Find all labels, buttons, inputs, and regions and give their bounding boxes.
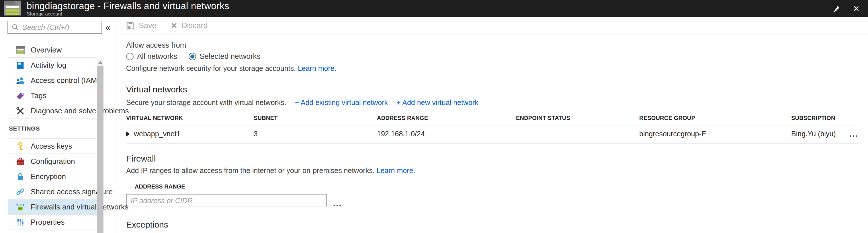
sidebar-item-label: Access control (IAM) xyxy=(31,76,99,85)
close-icon[interactable]: ✕ xyxy=(851,4,861,13)
scrollbar-up-arrow-icon[interactable] xyxy=(97,59,103,66)
sidebar-item-access-keys[interactable]: Access keys xyxy=(8,139,99,154)
save-button[interactable]: Save xyxy=(126,21,156,30)
blade-header: bingdiagstorage - Firewalls and virtual … xyxy=(0,0,868,17)
allow-access-radio-group: All networks Selected networks xyxy=(126,52,858,61)
table-header-row: VIRTUAL NETWORK SUBNET ADDRESS RANGE END… xyxy=(126,115,858,125)
expand-row-icon[interactable] xyxy=(126,132,130,137)
column-header: ADDRESS RANGE xyxy=(377,115,516,121)
sidebar-item-label: Tags xyxy=(31,91,46,100)
page-subtitle: Storage account xyxy=(27,11,229,17)
learn-more-link[interactable]: Learn more. xyxy=(298,64,337,72)
discard-button[interactable]: ✕ Discard xyxy=(171,21,208,30)
search-input[interactable] xyxy=(22,23,99,32)
key-icon xyxy=(16,142,25,151)
virtual-networks-table: VIRTUAL NETWORK SUBNET ADDRESS RANGE END… xyxy=(126,115,858,143)
column-header: SUBNET xyxy=(254,115,377,121)
row-context-menu-icon[interactable]: ... xyxy=(838,133,858,136)
access-control-icon xyxy=(16,76,25,85)
resource-menu-sidebar: « Overview Activity log xyxy=(0,17,116,233)
collapse-sidebar-icon[interactable]: « xyxy=(105,23,111,32)
sidebar-item-tags[interactable]: Tags xyxy=(8,88,99,103)
sidebar-item-label: Access keys xyxy=(31,142,72,151)
tools-icon xyxy=(16,107,25,116)
sidebar-item-label: Activity log xyxy=(31,61,66,70)
sidebar-item-label: Configuration xyxy=(31,157,75,166)
scrollbar-thumb[interactable] xyxy=(97,66,103,233)
sidebar-item-shared-access-signature[interactable]: Shared access signature xyxy=(8,184,99,199)
sidebar-item-encryption[interactable]: Encryption xyxy=(8,169,99,184)
firewall-learn-more-link[interactable]: Learn more. xyxy=(377,167,415,174)
virtual-networks-heading: Virtual networks xyxy=(126,85,858,94)
vnet-subnet: 3 xyxy=(254,130,377,138)
sidebar-item-label: Overview xyxy=(31,46,62,55)
exceptions-heading: Exceptions xyxy=(126,220,858,230)
save-icon xyxy=(126,21,135,30)
page-title: bingdiagstorage - Firewalls and virtual … xyxy=(27,1,229,11)
pin-icon[interactable] xyxy=(831,4,841,13)
network-security-description: Configure network security for your stor… xyxy=(126,64,296,72)
sidebar-section-settings: SETTINGS xyxy=(8,118,99,139)
tags-icon xyxy=(16,91,25,100)
radio-button[interactable] xyxy=(189,53,196,60)
storage-account-icon xyxy=(4,1,21,17)
table-row[interactable]: webapp_vnet1 3 192.168.1.0/24 bingresour… xyxy=(126,125,858,143)
sidebar-item-label: Firewalls and virtual networks xyxy=(31,203,128,211)
sidebar-item-firewalls-and-virtual-networks[interactable]: Firewalls and virtual networks xyxy=(8,199,99,215)
storage-overview-icon xyxy=(16,46,25,55)
radio-selected-networks[interactable]: Selected networks xyxy=(189,52,260,61)
sidebar-item-label: Properties xyxy=(31,218,65,227)
radio-all-networks[interactable]: All networks xyxy=(126,52,177,61)
firewall-network-icon xyxy=(16,203,25,212)
blade-content: Save ✕ Discard Allow access from All net… xyxy=(116,17,868,233)
command-bar: Save ✕ Discard xyxy=(116,17,868,34)
vnet-resource-group: bingresourcegroup-E xyxy=(639,130,791,138)
allow-access-from-label: Allow access from xyxy=(126,41,858,50)
lock-icon xyxy=(16,172,25,181)
address-range-column-header: ADDRESS RANGE xyxy=(135,183,858,190)
sidebar-item-diagnose[interactable]: Diagnose and solve problems xyxy=(8,103,99,118)
sidebar-item-overview[interactable]: Overview xyxy=(8,42,99,58)
sidebar-item-activity-log[interactable]: Activity log xyxy=(8,58,99,73)
toolbox-icon xyxy=(16,157,25,166)
sidebar-item-label: Encryption xyxy=(31,172,66,181)
app-window: bingdiagstorage - Firewalls and virtual … xyxy=(0,0,868,233)
vnet-subscription: Bing.Yu (biyu) xyxy=(791,130,838,138)
link-icon xyxy=(16,187,25,197)
sidebar-scrollbar[interactable] xyxy=(97,59,103,233)
firewall-heading: Firewall xyxy=(126,154,858,164)
sidebar-item-label: Diagnose and solve problems xyxy=(31,107,129,115)
column-header: RESOURCE GROUP xyxy=(639,115,791,121)
sidebar-item-configuration[interactable]: Configuration xyxy=(8,154,99,169)
sidebar-item-properties[interactable]: Properties xyxy=(8,215,99,230)
sliders-icon xyxy=(16,218,25,227)
column-header: SUBSCRIPTION xyxy=(791,115,838,121)
sidebar-search-box xyxy=(7,21,102,34)
add-existing-vnet-link[interactable]: + Add existing virtual network xyxy=(295,98,388,107)
ip-address-input[interactable] xyxy=(126,194,327,207)
vnet-name: webapp_vnet1 xyxy=(134,130,181,138)
radio-button[interactable] xyxy=(126,53,133,60)
sidebar-item-access-control[interactable]: Access control (IAM) xyxy=(8,73,99,88)
firewall-description: Add IP ranges to allow access from the i… xyxy=(126,167,375,174)
search-icon xyxy=(11,24,19,31)
virtual-networks-description: Secure your storage account with virtual… xyxy=(126,98,286,107)
vnet-address-range: 192.168.1.0/24 xyxy=(377,130,516,138)
discard-icon: ✕ xyxy=(171,21,178,30)
activity-log-icon xyxy=(16,61,25,70)
column-header: ENDPOINT STATUS xyxy=(516,115,639,121)
add-new-vnet-link[interactable]: + Add new virtual network xyxy=(397,98,478,107)
column-header: VIRTUAL NETWORK xyxy=(126,115,254,121)
firewall-row-menu-icon[interactable]: ... xyxy=(333,202,342,207)
